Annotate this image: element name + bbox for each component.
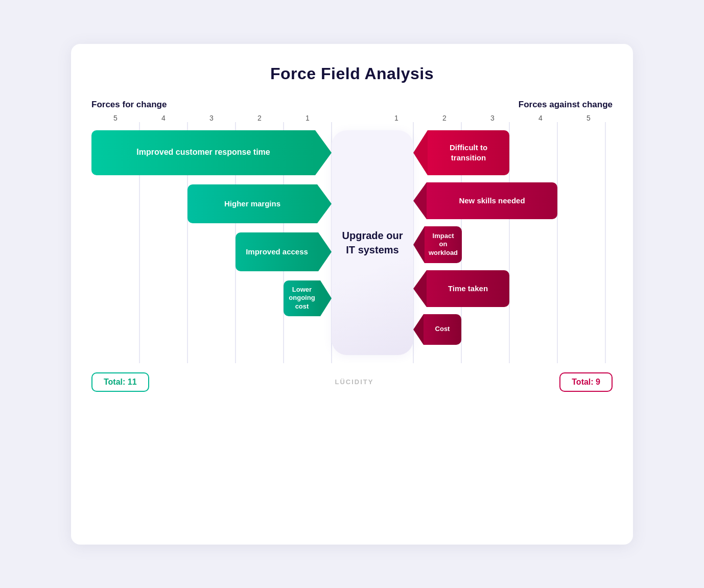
scale-right-5: 5: [565, 114, 613, 122]
right-scale: 1 2 3 4 5: [372, 114, 613, 122]
main-card: Force Field Analysis Forces for change F…: [71, 44, 633, 545]
right-bar-4: Time taken: [413, 270, 613, 307]
scale-left-1: 1: [284, 114, 332, 122]
scale-right-4: 4: [517, 114, 565, 122]
center-box: Upgrade our IT systems: [332, 130, 413, 355]
totals-row: Total: 11 LÜCIDITY Total: 9: [91, 372, 613, 392]
right-bar-1: Difficult to transition: [413, 130, 613, 175]
right-bar-2: New skills needed: [413, 182, 613, 219]
lucidity-label: LÜCIDITY: [335, 378, 373, 386]
section-headers: Forces for change Forces against change: [91, 100, 613, 110]
right-bar-3: Impact on workload: [413, 226, 613, 263]
main-body: Improved customer response time Higher m…: [91, 122, 613, 363]
right-bar-1-label: Difficult to transition: [434, 143, 503, 162]
center-label: Upgrade our IT systems: [337, 228, 408, 257]
right-bar-2-label: New skills needed: [459, 196, 525, 206]
right-bar-3-label: Impact on workload: [429, 232, 458, 257]
left-scale: 1 2 3 4 5: [91, 114, 332, 122]
left-bar-1-label: Improved customer response time: [136, 147, 270, 158]
scale-left-3: 3: [187, 114, 236, 122]
left-bar-2-label: Higher margins: [224, 199, 280, 209]
scale-left-5: 5: [91, 114, 139, 122]
scale-right-3: 3: [468, 114, 517, 122]
left-header: Forces for change: [91, 100, 167, 110]
total-right: Total: 9: [559, 372, 613, 392]
left-bar-2: Higher margins: [91, 184, 332, 223]
right-bars-area: Difficult to transition New skills neede…: [413, 122, 613, 363]
scale-left-4: 4: [139, 114, 187, 122]
right-bar-5-label: Cost: [435, 325, 450, 333]
right-bar-4-label: Time taken: [448, 284, 488, 294]
scale-left-2: 2: [236, 114, 284, 122]
total-left: Total: 11: [91, 372, 149, 392]
left-bar-1: Improved customer response time: [91, 130, 332, 175]
right-bar-5: Cost: [413, 314, 613, 345]
main-title: Force Field Analysis: [91, 64, 613, 83]
left-bars-area: Improved customer response time Higher m…: [91, 122, 332, 363]
scale-right-1: 1: [372, 114, 420, 122]
left-bar-4: Lower ongoing cost: [91, 280, 332, 316]
scale-right-2: 2: [420, 114, 468, 122]
left-bar-3-label: Improved access: [246, 247, 308, 257]
left-bar-3: Improved access: [91, 232, 332, 271]
right-header: Forces against change: [519, 100, 613, 110]
left-bar-4-label: Lower ongoing cost: [288, 286, 316, 311]
